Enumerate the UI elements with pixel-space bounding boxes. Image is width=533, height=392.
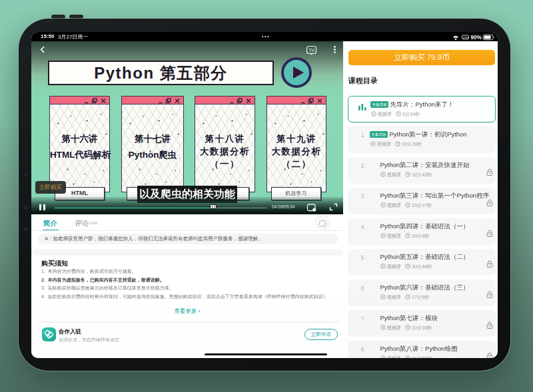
svg-text:VPN: VPN bbox=[463, 36, 468, 39]
svg-text:TV: TV bbox=[308, 48, 314, 53]
svg-text:90%: 90% bbox=[471, 35, 482, 41]
